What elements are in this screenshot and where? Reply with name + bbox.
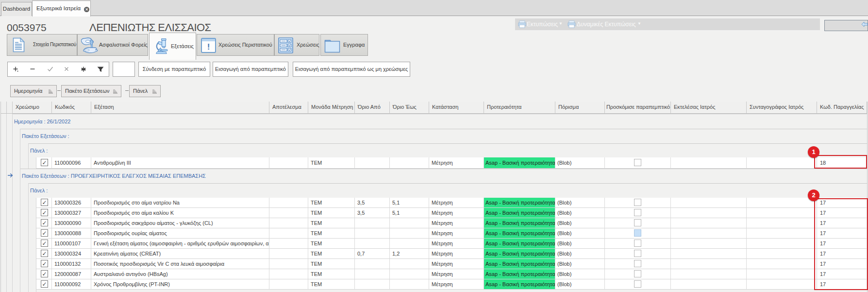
svg-text:!: !: [207, 42, 210, 52]
